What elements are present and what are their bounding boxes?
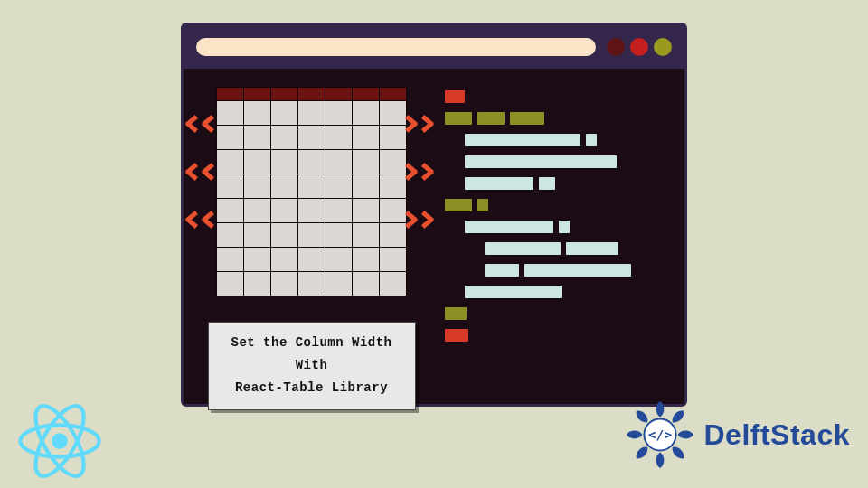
chevron-right-icon [405,112,438,136]
code-token [524,264,631,277]
code-token [465,177,533,190]
code-line [445,307,672,320]
window-dot-close[interactable] [630,38,648,56]
data-table [216,87,407,296]
code-token [510,112,544,125]
code-token [465,155,617,168]
code-token [485,242,561,255]
code-line [465,286,672,298]
caption-line-2: React-Table Library [216,377,408,399]
delftstack-logo: </> DelftStack [625,399,851,470]
window-dot-maximize[interactable] [654,38,672,56]
caption: Set the Column Width With React-Table Li… [208,322,416,410]
window-content: Set the Column Width With React-Table Li… [184,69,684,404]
left-pane: Set the Column Width With React-Table Li… [196,87,427,391]
code-line [445,329,672,342]
code-line [445,90,672,103]
chevron-left-icon [185,208,218,231]
code-token [566,242,618,255]
chevron-right-icon [405,160,438,183]
resize-arrows-right [405,112,438,231]
code-token [586,134,597,146]
code-pane [445,87,672,391]
code-token [465,286,562,298]
code-token [485,264,519,277]
svg-point-0 [52,433,67,448]
address-bar[interactable] [196,38,596,56]
delftstack-badge-icon: </> [625,399,695,470]
code-line [465,177,672,190]
window-controls [607,38,672,56]
code-token [477,199,488,211]
react-logo-icon [16,398,103,484]
code-token [539,177,555,190]
chevron-right-icon [405,208,438,231]
code-line [445,199,672,211]
code-token [445,199,472,211]
code-line [485,242,672,255]
chevron-left-icon [185,112,218,136]
window-dot-minimize[interactable] [607,38,625,56]
code-line [465,221,672,233]
code-token [477,112,505,125]
code-token [465,221,553,233]
app-window: Set the Column Width With React-Table Li… [181,23,687,407]
code-line [465,155,672,168]
chevron-left-icon [185,160,218,183]
code-token [445,307,467,320]
delftstack-name: DelftStack [704,418,851,452]
code-token [445,90,465,103]
resize-arrows-left [185,112,218,231]
code-line [445,112,672,125]
code-token [445,112,472,125]
code-token [445,329,468,342]
table-wrap [196,87,427,296]
code-token [465,134,580,146]
window-titlebar [184,25,684,69]
caption-line-1: Set the Column Width With [216,332,408,377]
code-line [465,134,672,146]
code-line [485,264,672,277]
code-token [559,221,570,233]
svg-text:</>: </> [647,427,672,442]
